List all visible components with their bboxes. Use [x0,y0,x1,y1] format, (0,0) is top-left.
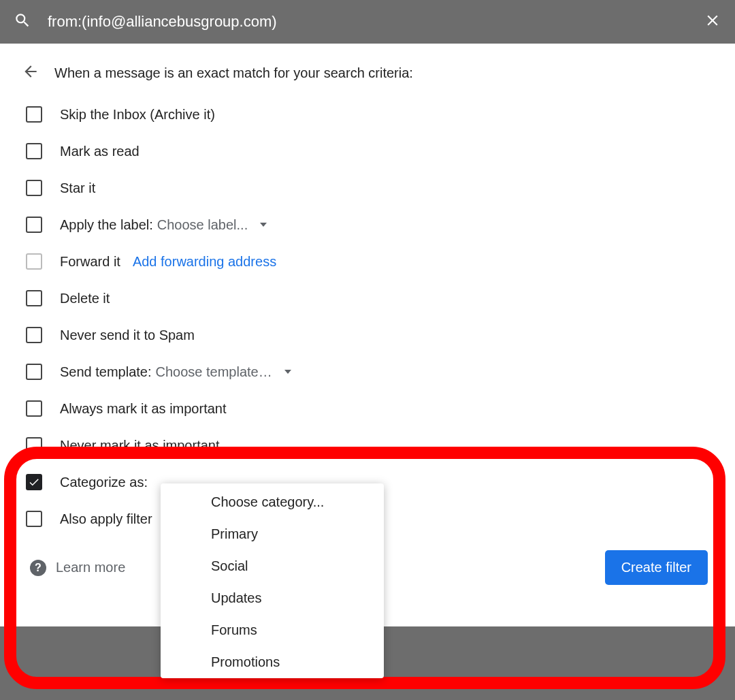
label-forward: Forward it [60,254,120,270]
checkbox-apply-label[interactable] [26,217,42,233]
menu-item-promotions[interactable]: Promotions [161,646,384,678]
dropdown-apply-label[interactable]: Choose label... [157,217,267,233]
option-skip-inbox[interactable]: Skip the Inbox (Archive it) [26,106,713,123]
search-query[interactable]: from:(info@alliancebusgroup.com) [48,13,704,31]
option-mark-read[interactable]: Mark as read [26,143,713,159]
learn-more-label: Learn more [56,560,125,575]
checkbox-skip-inbox[interactable] [26,106,42,123]
label-star: Star it [60,180,95,196]
option-never-spam[interactable]: Never send it to Spam [26,327,713,343]
label-skip-inbox: Skip the Inbox (Archive it) [60,107,215,123]
checkbox-delete[interactable] [26,290,42,306]
label-mark-read: Mark as read [60,144,140,159]
option-always-important[interactable]: Always mark it as important [26,400,713,417]
chevron-down-icon [260,223,267,227]
menu-item-forums[interactable]: Forums [161,614,384,646]
search-icon[interactable] [14,12,31,32]
option-send-template[interactable]: Send template: Choose template… [26,364,713,380]
help-icon: ? [30,560,46,576]
option-forward[interactable]: Forward it Add forwarding address [26,253,713,270]
menu-item-social[interactable]: Social [161,550,384,582]
category-menu[interactable]: Choose category... Primary Social Update… [161,483,384,678]
header-bar: from:(info@alliancebusgroup.com) [0,0,735,44]
learn-more-link[interactable]: ? Learn more [30,560,125,576]
checkbox-mark-read[interactable] [26,143,42,159]
label-always-important: Always mark it as important [60,401,227,417]
dropdown-send-template-value: Choose template… [156,364,272,380]
dropdown-apply-label-value: Choose label... [157,217,248,233]
chevron-down-icon [284,370,291,374]
checkbox-never-spam[interactable] [26,327,42,343]
option-star[interactable]: Star it [26,180,713,196]
menu-item-updates[interactable]: Updates [161,582,384,614]
checkbox-forward[interactable] [26,253,42,270]
close-icon[interactable] [704,12,721,32]
menu-item-choose[interactable]: Choose category... [161,486,384,518]
dropdown-send-template[interactable]: Choose template… [156,364,291,380]
option-delete[interactable]: Delete it [26,290,713,306]
checkbox-categorize[interactable] [26,474,42,490]
checkbox-always-important[interactable] [26,400,42,417]
back-arrow-icon[interactable] [22,63,39,83]
checkbox-never-important[interactable] [26,437,42,454]
label-send-template: Send template: [60,364,152,380]
checkbox-also-apply[interactable] [26,511,42,527]
label-also-apply: Also apply filter [60,511,152,527]
menu-item-primary[interactable]: Primary [161,518,384,550]
checkbox-star[interactable] [26,180,42,196]
option-apply-label[interactable]: Apply the label: Choose label... [26,217,713,233]
label-never-spam: Never send it to Spam [60,328,195,343]
create-filter-button[interactable]: Create filter [605,550,708,585]
label-apply-label: Apply the label: [60,217,153,233]
label-never-important: Never mark it as important [60,438,220,454]
label-delete: Delete it [60,291,110,306]
option-never-important[interactable]: Never mark it as important [26,437,713,454]
checkbox-send-template[interactable] [26,364,42,380]
link-add-forwarding[interactable]: Add forwarding address [133,254,276,270]
label-categorize: Categorize as: [60,475,148,490]
page-title: When a message is an exact match for you… [54,65,413,81]
